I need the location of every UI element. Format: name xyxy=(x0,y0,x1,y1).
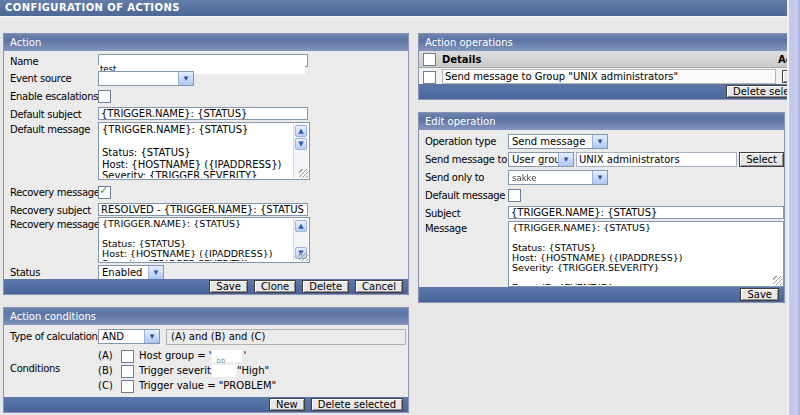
action-panel-footer: Save Clone Delete Cancel xyxy=(4,279,408,294)
default-message-text: {TRIGGER.NAME}: {STATUS} Status: {STATUS… xyxy=(102,124,292,178)
condition-row-a: (A) Host group = 'bb' xyxy=(98,348,276,363)
condition-c-checkbox[interactable] xyxy=(121,380,134,393)
condition-c-text: Trigger value = "PROBLEM" xyxy=(139,380,276,391)
send-only-select[interactable]: sakke ▾ xyxy=(508,170,608,185)
clone-button[interactable]: Clone xyxy=(254,280,296,293)
select-button[interactable]: Select xyxy=(739,152,784,167)
calc-type-value: AND xyxy=(99,331,144,342)
calc-type-row: Type of calculation AND ▾ (A) and (B) an… xyxy=(10,329,408,345)
edit-operation-panel: Edit operation Operation type Send messa… xyxy=(418,112,785,303)
delete-button[interactable]: Delete xyxy=(302,280,349,293)
condition-lines: (A) Host group = 'bb' (B) Trigger severi… xyxy=(98,348,276,393)
page: { "title": "CONFIGURATION OF ACTIONS", "… xyxy=(0,0,800,415)
resize-grip-icon[interactable] xyxy=(299,252,308,261)
send-message-to-row: Send message to User group ▾ Select xyxy=(425,152,784,167)
recovery-subject-row: Recovery subject xyxy=(10,203,408,216)
scroll-down-icon[interactable]: ▼ xyxy=(295,138,307,150)
resize-grip-icon[interactable] xyxy=(299,169,308,178)
operations-table-header: Details Action xyxy=(419,51,800,68)
action-panel-header: Action xyxy=(4,34,408,51)
condition-key: (A) xyxy=(98,350,116,361)
chevron-down-icon: ▾ xyxy=(144,330,159,343)
default-message-checkbox[interactable] xyxy=(508,189,521,202)
recovery-message-label: Recovery message xyxy=(10,185,98,198)
action-operations-panel: Action operations Details Action Send me… xyxy=(418,33,800,100)
send-to-value-input[interactable] xyxy=(576,152,737,167)
send-to-label: Send message to xyxy=(425,152,508,165)
condition-b-checkbox[interactable] xyxy=(121,365,134,378)
conditions-panel-footer: New Delete selected xyxy=(4,397,408,412)
new-button[interactable]: New xyxy=(269,398,305,411)
condition-key: (C) xyxy=(98,380,116,391)
send-only-to-row: Send only to sakke ▾ xyxy=(425,170,784,185)
default-subject-label: Default subject xyxy=(10,107,98,120)
details-column-header: Details xyxy=(442,54,772,65)
status-value: Enabled xyxy=(99,267,148,278)
save-operation-button[interactable]: Save xyxy=(740,288,779,301)
condition-row-c: (C) Trigger value = "PROBLEM" xyxy=(98,378,276,393)
recovery-message-row: Recovery message {TRIGGER.NAME}: {STATUS… xyxy=(10,217,408,263)
redaction-box xyxy=(212,365,236,377)
chevron-down-icon: ▾ xyxy=(558,153,573,166)
operations-panel-footer: Delete selected xyxy=(419,84,800,99)
message-textarea[interactable]: {TRIGGER.NAME}: {STATUS} Status: {STATUS… xyxy=(508,221,784,287)
select-all-checkbox[interactable] xyxy=(423,53,436,66)
recovery-subject-label: Recovery subject xyxy=(10,203,98,216)
message-row: Message {TRIGGER.NAME}: {STATUS} Status:… xyxy=(425,221,784,287)
condition-a-checkbox[interactable] xyxy=(121,350,134,363)
conditions-label: Conditions xyxy=(10,348,98,393)
action-panel: Action Name test Event source ▾ Enable e… xyxy=(3,33,409,295)
subject-input[interactable] xyxy=(508,206,784,219)
send-only-label: Send only to xyxy=(425,170,508,183)
status-label: Status xyxy=(10,265,98,278)
default-message-textarea[interactable]: {TRIGGER.NAME}: {STATUS} Status: {STATUS… xyxy=(98,122,310,180)
save-button[interactable]: Save xyxy=(209,280,248,293)
scrollbar[interactable] xyxy=(787,0,800,415)
chevron-down-icon: ▾ xyxy=(592,135,607,148)
action-conditions-panel: Action conditions Type of calculation AN… xyxy=(3,307,409,413)
send-to-type-select[interactable]: User group ▾ xyxy=(508,152,574,167)
operation-type-select[interactable]: Send message ▾ xyxy=(508,134,608,149)
default-subject-row: Default subject xyxy=(10,107,408,120)
name-row: Name test xyxy=(10,54,408,67)
event-source-row: Event source ▾ xyxy=(10,71,408,86)
default-message-row: Default message {TRIGGER.NAME}: {STATUS}… xyxy=(10,122,408,180)
recovery-message-checkbox[interactable]: ✓ xyxy=(98,186,111,199)
delete-selected-button[interactable]: Delete selected xyxy=(311,398,403,411)
condition-row-b: (B) Trigger severit"High" xyxy=(98,363,276,378)
message-label: Message xyxy=(425,221,508,234)
calc-type-select[interactable]: AND ▾ xyxy=(98,329,160,344)
default-message-label: Default message xyxy=(425,188,508,201)
event-source-select[interactable]: ▾ xyxy=(98,71,194,86)
chevron-down-icon: ▾ xyxy=(592,171,607,184)
redaction-hint: bb xyxy=(216,357,225,365)
status-select[interactable]: Enabled ▾ xyxy=(98,265,164,280)
operation-type-label: Operation type xyxy=(425,134,508,147)
operation-details: Send message to Group "UNIX administrato… xyxy=(442,69,776,84)
recovery-subject-input[interactable] xyxy=(98,203,308,216)
cancel-button[interactable]: Cancel xyxy=(355,280,403,293)
recovery-message-text: {TRIGGER.NAME}: {STATUS} Status: {STATUS… xyxy=(102,219,292,261)
default-subject-input[interactable] xyxy=(98,107,308,120)
condition-b-text: Trigger severit"High" xyxy=(139,365,269,377)
operations-panel-header: Action operations xyxy=(419,34,800,51)
operation-type-row: Operation type Send message ▾ xyxy=(425,134,784,149)
message-text: {TRIGGER.NAME}: {STATUS} Status: {STATUS… xyxy=(512,223,780,285)
chevron-down-icon: ▾ xyxy=(178,72,193,85)
send-only-value: sakke xyxy=(509,173,592,183)
operation-row-checkbox[interactable] xyxy=(423,71,436,84)
calc-formula: (A) and (B) and (C) xyxy=(166,329,406,345)
scroll-up-icon[interactable]: ▲ xyxy=(295,220,307,232)
scroll-up-icon[interactable]: ▲ xyxy=(295,125,307,137)
operation-type-value: Send message xyxy=(509,136,592,147)
send-to-type-value: User group xyxy=(509,154,558,165)
resize-grip-icon[interactable] xyxy=(773,276,782,285)
enable-escalations-label: Enable escalations xyxy=(10,89,98,102)
recovery-message-textarea[interactable]: {TRIGGER.NAME}: {STATUS} Status: {STATUS… xyxy=(98,217,310,263)
enable-escalations-checkbox[interactable] xyxy=(98,90,111,103)
conditions-block: Conditions (A) Host group = 'bb' (B) Tri… xyxy=(10,348,408,393)
condition-key: (B) xyxy=(98,365,116,376)
redaction-box: bb xyxy=(212,350,242,362)
calc-type-label: Type of calculation xyxy=(10,329,98,342)
subject-row: Subject xyxy=(425,206,784,219)
